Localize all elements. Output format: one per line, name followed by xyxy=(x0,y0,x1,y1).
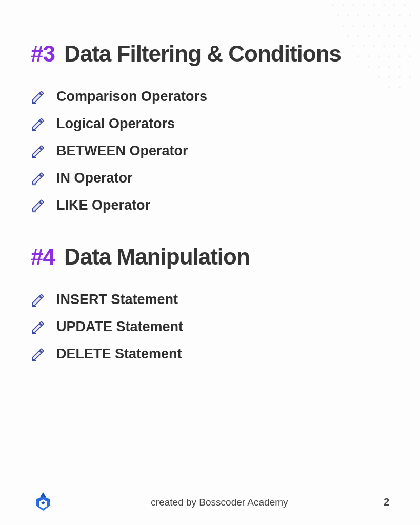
item-text: IN Operator xyxy=(56,170,133,186)
list-item: INSERT Statement xyxy=(31,292,389,308)
item-text: BETWEEN Operator xyxy=(56,143,188,159)
pencil-icon xyxy=(31,293,45,307)
page-content: #3 Data Filtering & Conditions Compariso… xyxy=(0,0,420,362)
list-item: Logical Operators xyxy=(31,116,389,132)
item-text: UPDATE Statement xyxy=(56,319,183,335)
section-number: #4 xyxy=(31,244,55,270)
pencil-icon xyxy=(31,117,45,131)
footer-credit: created by Bosscoder Academy xyxy=(55,497,384,508)
section-4: #4 Data Manipulation INSERT Statement UP… xyxy=(31,244,389,362)
bosscoder-logo-icon xyxy=(31,490,55,515)
item-text: INSERT Statement xyxy=(56,292,178,308)
list-item: UPDATE Statement xyxy=(31,319,389,335)
item-text: Logical Operators xyxy=(56,116,175,132)
pencil-icon xyxy=(31,144,45,158)
pencil-icon xyxy=(31,171,45,186)
page-number: 2 xyxy=(384,496,389,508)
section-3: #3 Data Filtering & Conditions Compariso… xyxy=(31,41,389,213)
footer: created by Bosscoder Academy 2 xyxy=(0,479,420,525)
list-item: Comparison Operators xyxy=(31,89,389,105)
list-item: IN Operator xyxy=(31,170,389,186)
item-text: LIKE Operator xyxy=(56,197,150,213)
item-text: Comparison Operators xyxy=(56,89,207,105)
divider xyxy=(31,76,246,76)
section-header: #3 Data Filtering & Conditions xyxy=(31,41,389,67)
item-text: DELETE Statement xyxy=(56,346,182,362)
list-item: LIKE Operator xyxy=(31,197,389,213)
section-title: Data Filtering & Conditions xyxy=(64,41,341,67)
list-item: DELETE Statement xyxy=(31,346,389,362)
section-header: #4 Data Manipulation xyxy=(31,244,389,270)
divider xyxy=(31,279,246,279)
pencil-icon xyxy=(31,347,45,361)
pencil-icon xyxy=(31,320,45,334)
pencil-icon xyxy=(31,198,45,213)
list-item: BETWEEN Operator xyxy=(31,143,389,159)
section-number: #3 xyxy=(31,41,55,67)
pencil-icon xyxy=(31,90,45,104)
section-title: Data Manipulation xyxy=(64,244,250,270)
